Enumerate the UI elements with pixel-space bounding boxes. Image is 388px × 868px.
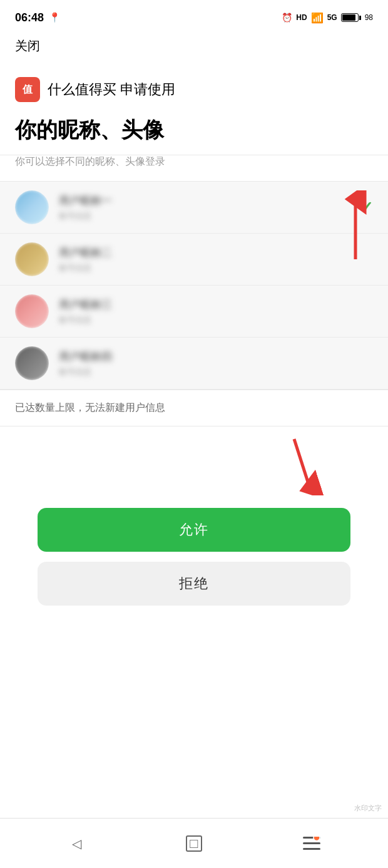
hd-badge: HD xyxy=(296,13,307,22)
avatar-row-4[interactable]: 用户昵称四 账号信息 xyxy=(0,338,388,390)
avatar-name-block-3: 用户昵称三 账号信息 xyxy=(59,297,373,326)
alarm-icon: ⏰ xyxy=(282,13,292,23)
avatar-name-block-2: 用户昵称二 账号信息 xyxy=(59,245,373,274)
nav-back-icon[interactable]: ◁ xyxy=(58,831,95,856)
battery-icon xyxy=(341,13,361,22)
avatar-row-1[interactable]: 用户昵称一 账号信息 ✓ xyxy=(0,182,388,234)
nav-menu-icon[interactable] xyxy=(293,831,330,856)
allow-button[interactable]: 允许 xyxy=(38,508,350,552)
avatar-image-3 xyxy=(15,294,49,328)
watermark: 水印文字 xyxy=(354,803,382,813)
close-bar: 关闭 xyxy=(0,33,388,67)
status-time: 06:48 xyxy=(15,11,44,24)
avatar-name-1: 用户昵称一 xyxy=(59,194,360,208)
deny-button[interactable]: 拒绝 xyxy=(38,562,350,606)
avatar-sub-1: 账号信息 xyxy=(59,210,360,222)
app-title: 什么值得买 申请使用 xyxy=(48,80,175,99)
signal-5g-icon: 5G xyxy=(327,13,337,22)
avatar-row-3[interactable]: 用户昵称三 账号信息 xyxy=(0,286,388,338)
avatar-list-wrapper: 用户昵称一 账号信息 ✓ xyxy=(0,182,388,390)
page-subtitle: 你可以选择不同的昵称、头像登录 xyxy=(0,155,388,181)
status-message: 已达数量上限，无法新建用户信息 xyxy=(0,390,388,426)
avatar-image-1 xyxy=(15,190,49,224)
avatar-sub-2: 账号信息 xyxy=(59,262,373,274)
battery-percent: 98 xyxy=(365,13,373,22)
avatar-name-4: 用户昵称四 xyxy=(59,349,373,364)
avatar-image-2 xyxy=(15,242,49,276)
action-buttons: 允许 拒绝 xyxy=(0,483,388,618)
avatar-sub-4: 账号信息 xyxy=(59,366,373,378)
app-logo: 值 xyxy=(15,77,40,102)
avatar-list: 用户昵称一 账号信息 ✓ xyxy=(0,182,388,390)
avatar-name-block-4: 用户昵称四 账号信息 xyxy=(59,349,373,378)
status-icons: ⏰ HD 📶 5G 98 xyxy=(282,12,373,24)
avatar-image-4 xyxy=(15,346,49,380)
avatar-name-3: 用户昵称三 xyxy=(59,297,373,312)
avatar-name-2: 用户昵称二 xyxy=(59,245,373,260)
svg-rect-5 xyxy=(303,842,320,844)
avatar-row-2[interactable]: 用户昵称二 账号信息 xyxy=(0,234,388,286)
avatar-name-block-1: 用户昵称一 账号信息 xyxy=(59,194,360,222)
wifi-icon: 📶 xyxy=(311,12,324,24)
nav-home-icon[interactable]: □ xyxy=(186,835,202,852)
close-button[interactable]: 关闭 xyxy=(15,39,40,53)
app-header: 值 什么值得买 申请使用 xyxy=(0,67,388,108)
svg-rect-6 xyxy=(303,848,320,850)
status-bar: 06:48 📍 ⏰ HD 📶 5G 98 xyxy=(0,0,388,33)
nav-bar: ◁ □ xyxy=(0,818,388,868)
check-icon-1: ✓ xyxy=(360,199,373,216)
svg-line-3 xyxy=(294,439,310,488)
page-title: 你的昵称、头像 xyxy=(0,108,388,155)
location-icon: 📍 xyxy=(49,12,61,23)
avatar-sub-3: 账号信息 xyxy=(59,314,373,326)
